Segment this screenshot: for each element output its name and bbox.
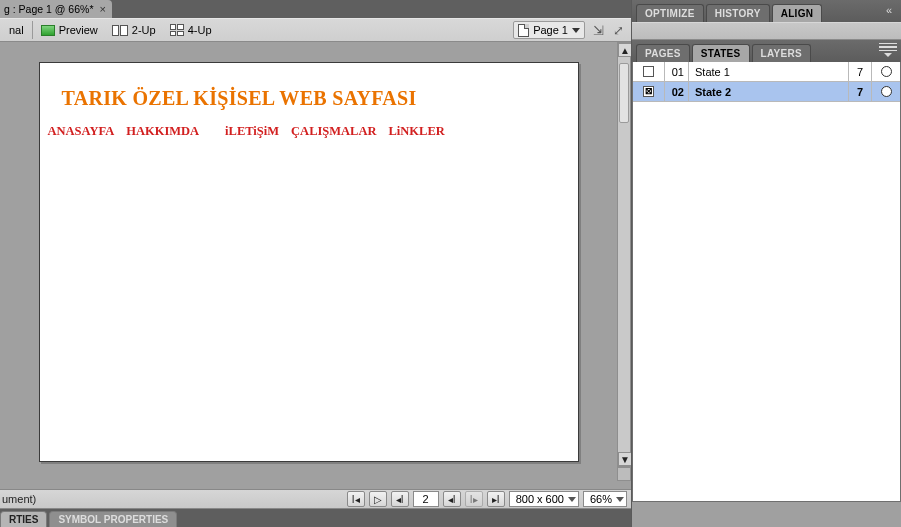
state-checkbox[interactable]	[633, 62, 665, 81]
view-label: 4-Up	[188, 24, 212, 36]
scroll-down-icon[interactable]: ▼	[618, 452, 631, 466]
nav-link-hakkimda[interactable]: HAKKIMDA	[126, 124, 199, 139]
document-tab[interactable]: g : Page 1 @ 66%* ×	[0, 0, 112, 18]
page-selector-label: Page 1	[533, 24, 568, 36]
four-up-view-button[interactable]: 4-Up	[163, 20, 219, 40]
two-up-view-button[interactable]: 2-Up	[105, 20, 163, 40]
page-icon	[518, 24, 529, 37]
scroll-thumb[interactable]	[619, 63, 629, 123]
mid-panel-tabs: PAGES STATES LAYERS	[632, 40, 901, 62]
page-selector-dropdown[interactable]: Page 1	[513, 21, 585, 39]
first-frame-button[interactable]: I◂	[347, 491, 365, 507]
scroll-up-icon[interactable]: ▲	[618, 43, 631, 57]
state-index: 02	[665, 82, 689, 101]
playback-controls: I◂ ▷ ◂I 2 ◂I I▸ ▸I 800 x 600 66%	[347, 491, 631, 507]
top-panel-tabs: OPTIMIZE HISTORY ALIGN «	[632, 0, 901, 22]
panel-collapse-icon[interactable]: «	[881, 2, 897, 18]
fit-icon[interactable]: ⤢	[611, 23, 625, 37]
state-row[interactable]: ⊠02State 27	[633, 82, 900, 102]
spacer	[211, 124, 213, 139]
preview-icon	[41, 25, 55, 36]
nav-link-anasayfa[interactable]: ANASAYFA	[48, 124, 115, 139]
tab-symbol-properties[interactable]: SYMBOL PROPERTIES	[49, 511, 177, 527]
frame-index-value: 2	[423, 493, 429, 505]
status-text: ument)	[0, 493, 36, 505]
tab-states[interactable]: STATES	[692, 44, 750, 62]
view-label: Preview	[59, 24, 98, 36]
properties-tab-bar: RTIES SYMBOL PROPERTIES	[0, 509, 631, 527]
state-frame-count: 7	[848, 82, 872, 101]
zoom-dropdown[interactable]: 66%	[583, 491, 627, 507]
tab-align[interactable]: ALIGN	[772, 4, 823, 22]
tab-optimize[interactable]: OPTIMIZE	[636, 4, 704, 22]
two-up-icon	[112, 25, 128, 36]
play-button[interactable]: ▷	[369, 491, 387, 507]
state-radio[interactable]	[872, 66, 900, 77]
document-area: g : Page 1 @ 66%* × nal Preview 2-Up 4-U…	[0, 0, 631, 527]
state-frame-count: 7	[848, 62, 872, 81]
four-up-icon	[170, 24, 184, 36]
nav-link-calismalar[interactable]: ÇALIŞMALAR	[291, 124, 376, 139]
prev-frame-button[interactable]: ◂I	[391, 491, 409, 507]
page-canvas[interactable]: TARIK ÖZEL KİŞİSEL WEB SAYFASI ANASAYFA …	[39, 62, 579, 462]
state-index: 01	[665, 62, 689, 81]
canvas[interactable]: TARIK ÖZEL KİŞİSEL WEB SAYFASI ANASAYFA …	[0, 42, 617, 467]
state-row[interactable]: 01State 17	[633, 62, 900, 82]
original-view-button[interactable]: nal	[2, 20, 31, 40]
step-back-button[interactable]: ◂I	[443, 491, 461, 507]
chevron-down-icon	[616, 497, 624, 502]
view-label: nal	[9, 24, 24, 36]
step-fwd-button[interactable]: I▸	[465, 491, 483, 507]
tab-pages[interactable]: PAGES	[636, 44, 690, 62]
chevron-down-icon	[568, 497, 576, 502]
page-title: TARIK ÖZEL KİŞİSEL WEB SAYFASI	[62, 87, 572, 110]
status-bar: ument) I◂ ▷ ◂I 2 ◂I I▸ ▸I 800 x 600 66%	[0, 489, 631, 509]
panels-area: OPTIMIZE HISTORY ALIGN « PAGES STATES LA…	[631, 0, 901, 527]
scrollbar-corner	[617, 467, 631, 481]
tab-properties[interactable]: RTIES	[0, 511, 47, 527]
zoom-value: 66%	[590, 493, 612, 505]
document-tab-bar: g : Page 1 @ 66%* ×	[0, 0, 631, 18]
close-icon[interactable]: ×	[99, 3, 105, 15]
states-panel: 01State 17⊠02State 27	[632, 62, 901, 502]
tab-layers[interactable]: LAYERS	[752, 44, 811, 62]
frame-index-field[interactable]: 2	[413, 491, 439, 507]
state-name[interactable]: State 1	[689, 66, 848, 78]
state-name[interactable]: State 2	[689, 86, 848, 98]
separator	[32, 21, 33, 39]
nav-link-linkler[interactable]: LiNKLER	[389, 124, 445, 139]
dimensions-value: 800 x 600	[516, 493, 564, 505]
state-checkbox[interactable]: ⊠	[633, 82, 665, 101]
tab-history[interactable]: HISTORY	[706, 4, 770, 22]
chevron-down-icon	[572, 28, 580, 33]
align-panel-body	[632, 22, 901, 40]
state-radio[interactable]	[872, 86, 900, 97]
preview-view-button[interactable]: Preview	[34, 20, 105, 40]
dimensions-dropdown[interactable]: 800 x 600	[509, 491, 579, 507]
vertical-scrollbar[interactable]: ▲ ▼	[617, 42, 631, 467]
view-toolbar: nal Preview 2-Up 4-Up Page 1 ⇲	[0, 18, 631, 42]
document-tab-title: g : Page 1 @ 66%*	[4, 3, 93, 15]
canvas-area: TARIK ÖZEL KİŞİSEL WEB SAYFASI ANASAYFA …	[0, 42, 631, 481]
export-icon[interactable]: ⇲	[591, 23, 605, 37]
view-label: 2-Up	[132, 24, 156, 36]
nav-link-iletisim[interactable]: iLETiŞiM	[225, 124, 279, 139]
last-frame-button[interactable]: ▸I	[487, 491, 505, 507]
nav-row: ANASAYFA HAKKIMDA iLETiŞiM ÇALIŞMALAR Li…	[48, 124, 572, 139]
panel-menu-icon[interactable]	[879, 43, 897, 57]
